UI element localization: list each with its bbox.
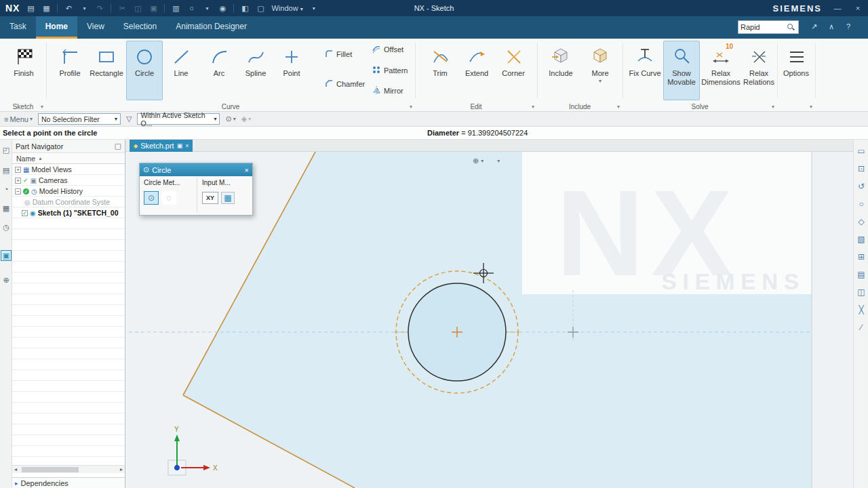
horizontal-scrollbar[interactable]: ◂ ▸ bbox=[12, 465, 125, 473]
include-button[interactable]: Include bbox=[542, 41, 579, 100]
profile-button[interactable]: Profile bbox=[52, 41, 88, 100]
layers-icon[interactable]: ▤ bbox=[854, 270, 868, 283]
tab-animation-designer[interactable]: Animation Designer bbox=[166, 16, 256, 39]
expand-icon[interactable]: + bbox=[15, 178, 21, 184]
tree-row-sketch[interactable]: ✓ ◉ Sketch (1) "SKETCH_00 bbox=[12, 207, 125, 218]
command-search-input[interactable] bbox=[741, 23, 787, 31]
snap-point-button[interactable]: ⊙ ▾ bbox=[225, 115, 235, 123]
line-button[interactable]: Line bbox=[163, 41, 199, 100]
checkbox-checked-icon[interactable]: ✓ bbox=[22, 210, 28, 216]
sketch-line-icon[interactable]: ∕ bbox=[854, 323, 868, 336]
coordinate-mode-button[interactable]: XY bbox=[202, 192, 218, 204]
group-dropdown-icon[interactable]: ▾ bbox=[810, 104, 812, 110]
tree-row-model-history[interactable]: − ✓ ◷ Model History bbox=[12, 186, 125, 197]
arc-button[interactable]: Arc bbox=[201, 41, 237, 100]
circle-by-center-button[interactable]: ⊙ bbox=[144, 191, 159, 205]
pattern-button[interactable]: Pattern bbox=[372, 64, 408, 77]
group-label-include[interactable]: Include ▾ bbox=[537, 102, 623, 112]
group-label-edit[interactable]: Edit ▾ bbox=[415, 102, 537, 112]
circle-button[interactable]: Circle bbox=[126, 41, 163, 100]
parameter-mode-button[interactable]: ▦ bbox=[221, 192, 235, 204]
point-button[interactable]: Point bbox=[273, 41, 310, 100]
select-tool-icon[interactable]: ▭ bbox=[854, 146, 868, 160]
reuse-library-icon[interactable]: ▦ bbox=[1, 203, 12, 214]
group-dropdown-icon[interactable]: ▾ bbox=[532, 104, 534, 110]
help-icon[interactable]: ? bbox=[846, 22, 850, 30]
scroll-left-icon[interactable]: ◂ bbox=[12, 466, 19, 472]
dependencies-section[interactable]: ▸ Dependencies bbox=[12, 477, 125, 488]
touch-mode-icon[interactable]: ◉ bbox=[218, 4, 227, 13]
selection-scope-dropdown[interactable]: Within Active Sketch O... ▾ bbox=[137, 113, 220, 125]
tab-selection[interactable]: Selection bbox=[114, 16, 166, 39]
options-button[interactable]: Options bbox=[780, 41, 812, 100]
group-label-solve[interactable]: Solve ▾ bbox=[623, 102, 777, 112]
roles-icon[interactable]: ⊕ bbox=[1, 274, 12, 285]
rectangle-button[interactable]: Rectangle bbox=[88, 41, 125, 100]
circle-tool-icon[interactable]: ○ bbox=[854, 199, 868, 213]
window-new-icon[interactable]: ▢ bbox=[256, 4, 265, 13]
corner-button[interactable]: Corner bbox=[495, 41, 532, 100]
group-dropdown-icon[interactable]: ▾ bbox=[772, 104, 774, 110]
minimize-button[interactable]: — bbox=[833, 4, 842, 12]
scrollbar-thumb[interactable] bbox=[22, 467, 79, 472]
polygon-tool-icon[interactable]: ◇ bbox=[854, 217, 868, 230]
chevron-down-icon[interactable]: ▾ bbox=[497, 158, 500, 164]
group-dropdown-icon[interactable]: ▾ bbox=[410, 104, 412, 110]
window-split-icon[interactable]: ◧ bbox=[240, 4, 250, 13]
constraints-icon[interactable]: ╳ bbox=[854, 305, 868, 319]
group-label-curve[interactable]: Curve ▾ bbox=[46, 102, 415, 112]
close-tab-icon[interactable]: × bbox=[185, 142, 189, 149]
column-header-name[interactable]: Name ▲ bbox=[12, 153, 125, 164]
circle-tool-icon[interactable]: ○ bbox=[186, 4, 196, 12]
save-icon[interactable]: ▤ bbox=[26, 4, 35, 13]
spline-button[interactable]: Spline bbox=[237, 41, 274, 100]
offset-button[interactable]: Offset bbox=[372, 43, 403, 56]
mirror-button[interactable]: Mirror bbox=[372, 85, 403, 97]
circle-tool-dropdown-icon[interactable]: ▾ bbox=[202, 5, 212, 12]
selection-filter-dropdown[interactable]: No Selection Filter ▾ bbox=[38, 113, 121, 125]
tree-row-model-views[interactable]: + ▦ Model Views bbox=[12, 164, 125, 175]
filter-icon-button[interactable]: ▽ bbox=[126, 115, 132, 123]
fit-view-icon[interactable]: ⊡ bbox=[854, 164, 868, 178]
expand-arrow-icon[interactable]: ▸ bbox=[15, 480, 18, 487]
snap-options-button[interactable]: ◈ ▾ bbox=[241, 115, 251, 123]
grid-icon[interactable]: ⊞ bbox=[854, 252, 868, 266]
close-button[interactable]: × bbox=[853, 4, 863, 12]
window-layout-icon[interactable]: ◫ bbox=[854, 287, 868, 301]
quick-access-dropdown-icon[interactable]: ▾ bbox=[309, 5, 319, 12]
view-orient-icon[interactable]: ⊕ bbox=[473, 157, 479, 165]
part-navigator-icon[interactable]: ◔ bbox=[1, 184, 12, 195]
trim-button[interactable]: Trim bbox=[422, 41, 458, 100]
constraint-navigator-icon[interactable]: ▤ bbox=[1, 165, 12, 176]
scroll-right-icon[interactable]: ▸ bbox=[118, 466, 125, 472]
tree-row-cameras[interactable]: + ✓ ▣ Cameras bbox=[12, 175, 125, 186]
menu-button[interactable]: ≡ Menu ▾ bbox=[4, 115, 33, 123]
chevron-down-icon[interactable]: ▾ bbox=[481, 158, 484, 164]
group-label-sketch[interactable]: Sketch ▾ bbox=[0, 102, 46, 112]
close-icon[interactable]: × bbox=[245, 166, 249, 174]
relax-dimensions-button[interactable]: 10 Relax Dimensions bbox=[703, 41, 739, 100]
finish-sketch-button[interactable]: Finish bbox=[5, 41, 42, 100]
assembly-navigator-icon[interactable]: ◰ bbox=[1, 144, 12, 155]
part-navigator-tree[interactable]: + ▦ Model Views + ✓ ▣ Cameras − ✓ ◷ Mode… bbox=[12, 164, 125, 461]
active-palette-icon[interactable]: ▣ bbox=[1, 250, 12, 261]
view-orientation-widget[interactable]: ⊕ ▾ ▾ bbox=[473, 157, 500, 165]
group-dropdown-icon[interactable]: ▾ bbox=[617, 104, 620, 110]
pin-icon[interactable]: ▣ bbox=[177, 142, 183, 149]
orient-view-icon[interactable]: ↺ bbox=[854, 182, 868, 195]
tab-home[interactable]: Home bbox=[36, 16, 77, 39]
print-icon[interactable]: ▥ bbox=[171, 4, 180, 13]
shade-mode-icon[interactable]: ▧ bbox=[854, 235, 868, 248]
undo-icon[interactable]: ↶ bbox=[64, 4, 73, 13]
tree-row-datum-csys[interactable]: ◎ Datum Coordinate Syste bbox=[12, 197, 125, 207]
group-dropdown-icon[interactable]: ▾ bbox=[41, 104, 43, 110]
extend-button[interactable]: Extend bbox=[458, 41, 495, 100]
fix-curve-button[interactable]: Fix Curve bbox=[627, 41, 663, 100]
document-tab-sketch[interactable]: ◆ Sketch.prt ▣ × bbox=[130, 140, 193, 152]
history-icon[interactable]: ◷ bbox=[1, 222, 12, 232]
circle-dialog-titlebar[interactable]: ⊙ Circle × bbox=[140, 163, 252, 176]
circle-dialog[interactable]: ⊙ Circle × Circle Met... Input M... ⊙ ◌ … bbox=[139, 163, 253, 216]
collapse-icon[interactable]: − bbox=[15, 188, 21, 195]
group-label-options[interactable]: ▾ bbox=[777, 102, 815, 112]
open-icon[interactable]: ▦ bbox=[41, 4, 51, 13]
